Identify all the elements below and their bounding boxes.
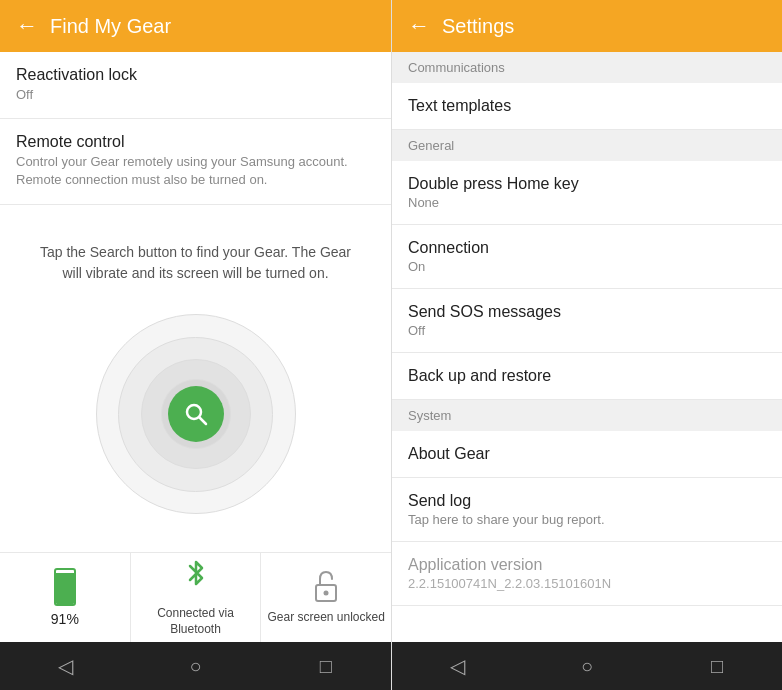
reactivation-lock-item[interactable]: Reactivation lock Off (0, 52, 391, 119)
unlock-icon-wrap (312, 569, 340, 605)
search-description: Tap the Search button to find your Gear.… (30, 242, 361, 284)
send-sos-sub: Off (408, 323, 766, 338)
connection-item[interactable]: Connection On (392, 225, 782, 289)
section-communications: Communications (392, 52, 782, 83)
svg-point-3 (324, 591, 329, 596)
double-press-home-title: Double press Home key (408, 175, 766, 193)
battery-status-item: 91% (0, 553, 131, 642)
about-gear-title: About Gear (408, 445, 766, 463)
send-sos-item[interactable]: Send SOS messages Off (392, 289, 782, 353)
bluetooth-status-item: Connected via Bluetooth (131, 553, 262, 642)
section-system: System (392, 400, 782, 431)
send-log-sub: Tap here to share your bug report. (408, 512, 766, 527)
left-nav-bar: ◁ ○ □ (0, 642, 391, 690)
right-nav-square[interactable]: □ (699, 648, 735, 684)
radar-container (96, 314, 296, 514)
left-header: ← Find My Gear (0, 0, 391, 52)
text-templates-item[interactable]: Text templates (392, 83, 782, 130)
reactivation-lock-title: Reactivation lock (16, 66, 375, 84)
left-back-button[interactable]: ← (16, 13, 38, 39)
left-header-title: Find My Gear (50, 15, 171, 38)
connection-title: Connection (408, 239, 766, 257)
app-version-value: 2.2.15100741N_2.2.03.15101601N (408, 576, 766, 591)
left-content: Reactivation lock Off Remote control Con… (0, 52, 391, 642)
battery-icon (54, 568, 76, 606)
battery-value: 91% (51, 611, 79, 627)
left-panel: ← Find My Gear Reactivation lock Off Rem… (0, 0, 391, 690)
right-header-title: Settings (442, 15, 514, 38)
double-press-home-item[interactable]: Double press Home key None (392, 161, 782, 225)
text-templates-title: Text templates (408, 97, 766, 115)
app-version-title: Application version (408, 556, 766, 574)
search-icon (182, 400, 210, 428)
right-header: ← Settings (392, 0, 782, 52)
unlock-icon (312, 569, 340, 605)
back-up-title: Back up and restore (408, 367, 766, 385)
remote-control-title: Remote control (16, 133, 375, 151)
battery-fill (56, 573, 74, 604)
right-nav-home[interactable]: ○ (569, 648, 605, 684)
left-nav-home[interactable]: ○ (177, 648, 213, 684)
send-log-title: Send log (408, 492, 766, 510)
remote-control-item[interactable]: Remote control Control your Gear remotel… (0, 119, 391, 204)
right-content: Communications Text templates General Do… (392, 52, 782, 642)
status-bar: 91% Connected via Bluetooth Gear screen (0, 552, 391, 642)
left-nav-square[interactable]: □ (308, 648, 344, 684)
svg-line-1 (199, 418, 206, 425)
search-button[interactable] (168, 386, 224, 442)
back-up-item[interactable]: Back up and restore (392, 353, 782, 400)
right-nav-bar: ◁ ○ □ (392, 642, 782, 690)
left-nav-back[interactable]: ◁ (47, 648, 83, 684)
unlock-label: Gear screen unlocked (267, 610, 384, 626)
reactivation-lock-sub: Off (16, 86, 375, 104)
search-section: Tap the Search button to find your Gear.… (0, 205, 391, 552)
right-back-button[interactable]: ← (408, 13, 430, 39)
remote-control-sub: Control your Gear remotely using your Sa… (16, 153, 375, 189)
send-sos-title: Send SOS messages (408, 303, 766, 321)
right-nav-back[interactable]: ◁ (439, 648, 475, 684)
bluetooth-icon (182, 558, 210, 601)
connection-sub: On (408, 259, 766, 274)
section-general: General (392, 130, 782, 161)
double-press-home-sub: None (408, 195, 766, 210)
about-gear-item[interactable]: About Gear (392, 431, 782, 478)
send-log-item[interactable]: Send log Tap here to share your bug repo… (392, 478, 782, 542)
right-panel: ← Settings Communications Text templates… (391, 0, 782, 690)
bluetooth-label: Connected via Bluetooth (131, 606, 261, 637)
unlock-status-item: Gear screen unlocked (261, 553, 391, 642)
app-version-item: Application version 2.2.15100741N_2.2.03… (392, 542, 782, 606)
